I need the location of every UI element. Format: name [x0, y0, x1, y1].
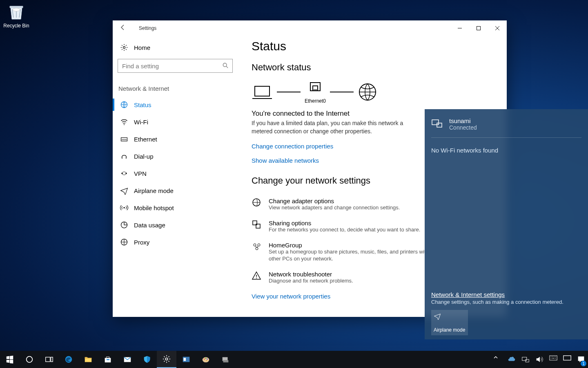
dialup-icon: [120, 152, 128, 160]
store-icon: [103, 355, 112, 364]
network-flyout: tsunami Connected No Wi-Fi networks foun…: [425, 109, 588, 339]
svg-rect-38: [184, 358, 186, 361]
sidebar-item-airplane[interactable]: Airplane mode: [118, 182, 234, 199]
taskbar-mail[interactable]: [118, 351, 137, 368]
search-input[interactable]: [122, 63, 223, 70]
maximize-icon: [477, 26, 481, 30]
proxy-icon: [120, 238, 128, 246]
taskview-icon: [45, 355, 53, 364]
cortana-button[interactable]: [20, 351, 39, 368]
sidebar-item-wifi[interactable]: Wi-Fi: [118, 113, 234, 130]
laptop-icon: [252, 84, 273, 100]
svg-rect-30: [46, 357, 50, 362]
setting-desc: Set up a homegroup to share pictures, mu…: [269, 249, 432, 263]
globe-icon: [120, 101, 128, 109]
sidebar-item-label: VPN: [134, 170, 147, 177]
sidebar-item-label: Ethernet: [134, 136, 157, 143]
flyout-settings-link[interactable]: Network & Internet settings: [431, 291, 581, 298]
svg-point-3: [223, 63, 227, 67]
taskbar-security[interactable]: [137, 351, 157, 368]
tray-volume[interactable]: [532, 351, 546, 368]
desktop-icon-label: Recycle Bin: [2, 23, 31, 29]
mail-icon: [123, 355, 132, 364]
touchkeyboard-icon: [563, 355, 572, 364]
windows-icon: [5, 355, 14, 364]
start-button[interactable]: [0, 351, 20, 368]
taskbar-app-1[interactable]: [176, 351, 196, 368]
taskbar: 1: [0, 351, 588, 368]
cortana-icon: [25, 355, 34, 364]
svg-point-42: [207, 359, 208, 360]
edge-icon: [64, 355, 73, 364]
taskbar-paint[interactable]: [196, 351, 216, 368]
homegroup-icon: [252, 242, 262, 252]
gear-icon: [120, 43, 128, 52]
svg-rect-48: [550, 356, 557, 360]
tray-network[interactable]: [519, 351, 532, 368]
network-icon: [521, 355, 530, 364]
setting-title: Change adapter options: [269, 197, 400, 204]
close-icon: [495, 26, 499, 30]
sidebar-item-status[interactable]: Status: [118, 96, 234, 113]
svg-rect-49: [564, 356, 571, 360]
sidebar-item-label: Wi-Fi: [134, 119, 148, 126]
sidebar-item-dialup[interactable]: Dial-up: [118, 148, 234, 165]
svg-point-2: [123, 47, 125, 49]
setting-title: Sharing options: [269, 220, 420, 227]
sidebar-item-hotspot[interactable]: Mobile hotspot: [118, 199, 234, 216]
network-diagram: Ethernet0: [252, 80, 494, 104]
sidebar-item-proxy[interactable]: Proxy: [118, 233, 234, 251]
connected-body: If you have a limited data plan, you can…: [252, 119, 415, 135]
desktop-icon-recycle-bin[interactable]: Recycle Bin: [2, 2, 31, 29]
taskbar-settings[interactable]: [157, 351, 176, 368]
svg-point-29: [27, 357, 33, 363]
search-box[interactable]: [118, 59, 233, 73]
sidebar-home-label: Home: [134, 44, 150, 51]
setting-desc: For the networks you connect to, decide …: [269, 227, 420, 233]
folder-icon: [84, 355, 93, 364]
wifi-icon: [120, 118, 128, 126]
sidebar-home[interactable]: Home: [118, 39, 234, 59]
svg-rect-1: [477, 27, 481, 30]
svg-rect-34: [108, 359, 109, 360]
sidebar-item-datausage[interactable]: Data usage: [118, 216, 234, 233]
svg-rect-47: [526, 359, 529, 362]
close-button[interactable]: [488, 20, 507, 36]
task-view-button[interactable]: [39, 351, 59, 368]
system-tray: 1: [491, 351, 588, 368]
sidebar-item-vpn[interactable]: VPN: [118, 165, 234, 182]
vpn-icon: [120, 169, 128, 177]
svg-point-26: [256, 278, 257, 278]
svg-point-9: [126, 157, 127, 159]
adapter-options-icon: [252, 197, 262, 208]
flyout-settings-sub: Change settings, such as making a connec…: [431, 299, 581, 305]
notification-badge: 1: [581, 361, 586, 366]
tray-touchkeyboard[interactable]: [560, 351, 574, 368]
taskbar-explorer[interactable]: [78, 351, 98, 368]
keyboard-icon: [549, 355, 558, 364]
sidebar-item-label: Airplane mode: [134, 187, 174, 194]
svg-rect-27: [432, 120, 439, 125]
taskbar-edge[interactable]: [59, 351, 78, 368]
svg-point-8: [122, 157, 123, 159]
minimize-button[interactable]: [450, 20, 469, 36]
sidebar-item-ethernet[interactable]: Ethernet: [118, 130, 234, 148]
sidebar-item-label: Status: [134, 101, 151, 108]
taskbar-store[interactable]: [98, 351, 118, 368]
cloud-icon: [507, 355, 516, 364]
sidebar-section-header: Network & Internet: [118, 85, 234, 92]
maximize-button[interactable]: [469, 20, 488, 36]
back-button[interactable]: [117, 24, 129, 32]
airplane-icon: [434, 312, 441, 320]
tray-action-center[interactable]: 1: [574, 351, 588, 368]
network-entry[interactable]: tsunami Connected: [431, 115, 581, 138]
flyout-airplane-tile[interactable]: Airplane mode: [431, 310, 468, 335]
device-icon: [221, 355, 230, 364]
svg-rect-46: [522, 357, 527, 361]
tray-onedrive[interactable]: [505, 351, 519, 368]
tray-overflow[interactable]: [491, 351, 505, 368]
svg-rect-15: [255, 86, 270, 96]
tray-input[interactable]: [546, 351, 560, 368]
taskbar-app-2[interactable]: [216, 351, 235, 368]
sharing-icon: [252, 220, 262, 230]
